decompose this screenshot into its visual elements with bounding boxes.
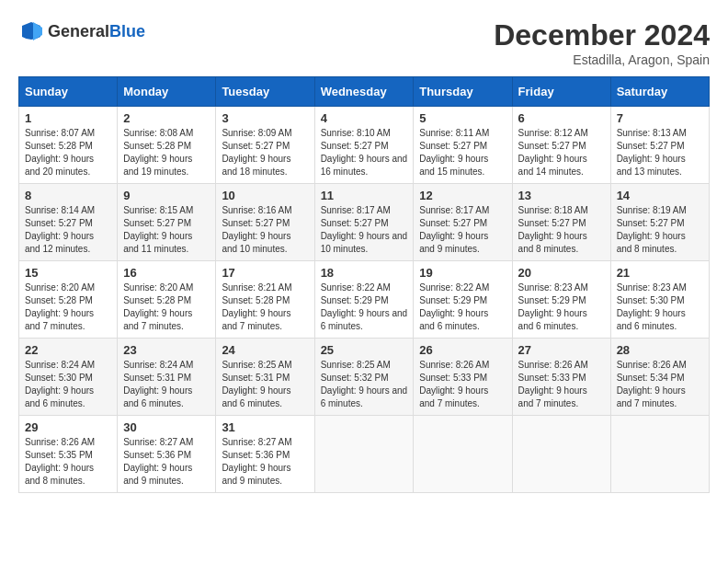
day-info: Sunrise: 8:26 AM Sunset: 5:33 PM Dayligh… (518, 359, 605, 410)
calendar-cell (414, 416, 512, 493)
day-info: Sunrise: 8:25 AM Sunset: 5:32 PM Dayligh… (321, 359, 408, 410)
calendar-cell (314, 416, 414, 493)
day-info: Sunrise: 8:17 AM Sunset: 5:27 PM Dayligh… (321, 204, 408, 256)
header-row: Sunday Monday Tuesday Wednesday Thursday… (19, 77, 710, 107)
col-thursday: Thursday (414, 77, 512, 107)
day-number: 9 (123, 189, 210, 202)
day-number: 4 (321, 111, 408, 125)
calendar-cell: 19Sunrise: 8:22 AM Sunset: 5:29 PM Dayli… (414, 261, 512, 339)
day-number: 20 (518, 266, 605, 280)
col-tuesday: Tuesday (216, 77, 314, 107)
day-number: 18 (321, 266, 408, 280)
day-info: Sunrise: 8:19 AM Sunset: 5:27 PM Dayligh… (617, 204, 703, 256)
day-number: 15 (25, 266, 111, 280)
calendar-cell: 17Sunrise: 8:21 AM Sunset: 5:28 PM Dayli… (216, 261, 314, 339)
calendar-cell: 10Sunrise: 8:16 AM Sunset: 5:27 PM Dayli… (216, 184, 314, 261)
calendar-cell: 26Sunrise: 8:26 AM Sunset: 5:33 PM Dayli… (414, 339, 512, 416)
logo-general: General (48, 22, 109, 40)
location: Estadilla, Aragon, Spain (494, 52, 710, 67)
col-sunday: Sunday (19, 77, 118, 107)
calendar-cell: 31Sunrise: 8:27 AM Sunset: 5:36 PM Dayli… (216, 416, 314, 493)
day-info: Sunrise: 8:09 AM Sunset: 5:27 PM Dayligh… (222, 127, 308, 178)
day-info: Sunrise: 8:08 AM Sunset: 5:28 PM Dayligh… (123, 127, 210, 178)
calendar-cell: 14Sunrise: 8:19 AM Sunset: 5:27 PM Dayli… (610, 184, 709, 261)
day-number: 27 (518, 343, 605, 357)
day-info: Sunrise: 8:10 AM Sunset: 5:27 PM Dayligh… (321, 127, 408, 178)
day-number: 12 (419, 189, 506, 202)
col-monday: Monday (118, 77, 216, 107)
calendar-cell: 9Sunrise: 8:15 AM Sunset: 5:27 PM Daylig… (118, 184, 216, 261)
day-info: Sunrise: 8:15 AM Sunset: 5:27 PM Dayligh… (123, 204, 210, 256)
calendar-cell: 6Sunrise: 8:12 AM Sunset: 5:27 PM Daylig… (512, 107, 610, 184)
day-info: Sunrise: 8:07 AM Sunset: 5:28 PM Dayligh… (25, 127, 111, 178)
day-info: Sunrise: 8:23 AM Sunset: 5:29 PM Dayligh… (518, 282, 605, 333)
day-info: Sunrise: 8:23 AM Sunset: 5:30 PM Dayligh… (617, 282, 703, 333)
calendar-cell: 3Sunrise: 8:09 AM Sunset: 5:27 PM Daylig… (216, 107, 314, 184)
day-number: 2 (123, 111, 210, 125)
day-number: 29 (25, 420, 111, 434)
day-number: 22 (25, 343, 111, 357)
day-number: 17 (222, 266, 308, 280)
logo-blue: Blue (109, 22, 145, 40)
day-info: Sunrise: 8:27 AM Sunset: 5:36 PM Dayligh… (123, 436, 210, 488)
day-info: Sunrise: 8:20 AM Sunset: 5:28 PM Dayligh… (123, 282, 210, 333)
calendar: Sunday Monday Tuesday Wednesday Thursday… (18, 76, 710, 493)
day-number: 5 (419, 111, 506, 125)
calendar-week-3: 15Sunrise: 8:20 AM Sunset: 5:28 PM Dayli… (19, 261, 710, 339)
day-info: Sunrise: 8:26 AM Sunset: 5:33 PM Dayligh… (419, 359, 506, 410)
calendar-cell: 27Sunrise: 8:26 AM Sunset: 5:33 PM Dayli… (512, 339, 610, 416)
calendar-cell: 13Sunrise: 8:18 AM Sunset: 5:27 PM Dayli… (512, 184, 610, 261)
day-info: Sunrise: 8:13 AM Sunset: 5:27 PM Dayligh… (617, 127, 703, 178)
calendar-cell: 22Sunrise: 8:24 AM Sunset: 5:30 PM Dayli… (19, 339, 118, 416)
calendar-cell: 30Sunrise: 8:27 AM Sunset: 5:36 PM Dayli… (118, 416, 216, 493)
calendar-week-1: 1Sunrise: 8:07 AM Sunset: 5:28 PM Daylig… (19, 107, 710, 184)
day-number: 14 (617, 189, 703, 202)
day-number: 6 (518, 111, 605, 125)
day-info: Sunrise: 8:22 AM Sunset: 5:29 PM Dayligh… (321, 282, 408, 333)
calendar-cell: 4Sunrise: 8:10 AM Sunset: 5:27 PM Daylig… (314, 107, 414, 184)
calendar-cell: 23Sunrise: 8:24 AM Sunset: 5:31 PM Dayli… (118, 339, 216, 416)
day-info: Sunrise: 8:16 AM Sunset: 5:27 PM Dayligh… (222, 204, 308, 256)
day-info: Sunrise: 8:12 AM Sunset: 5:27 PM Dayligh… (518, 127, 605, 178)
calendar-cell: 16Sunrise: 8:20 AM Sunset: 5:28 PM Dayli… (118, 261, 216, 339)
day-info: Sunrise: 8:20 AM Sunset: 5:28 PM Dayligh… (25, 282, 111, 333)
logo: GeneralBlue (18, 18, 145, 44)
day-info: Sunrise: 8:18 AM Sunset: 5:27 PM Dayligh… (518, 204, 605, 256)
day-info: Sunrise: 8:25 AM Sunset: 5:31 PM Dayligh… (222, 359, 308, 410)
day-info: Sunrise: 8:11 AM Sunset: 5:27 PM Dayligh… (419, 127, 506, 178)
col-wednesday: Wednesday (314, 77, 414, 107)
calendar-week-5: 29Sunrise: 8:26 AM Sunset: 5:35 PM Dayli… (19, 416, 710, 493)
calendar-cell: 15Sunrise: 8:20 AM Sunset: 5:28 PM Dayli… (19, 261, 118, 339)
calendar-cell: 29Sunrise: 8:26 AM Sunset: 5:35 PM Dayli… (19, 416, 118, 493)
calendar-cell: 28Sunrise: 8:26 AM Sunset: 5:34 PM Dayli… (610, 339, 709, 416)
logo-icon (18, 18, 44, 44)
calendar-cell: 25Sunrise: 8:25 AM Sunset: 5:32 PM Dayli… (314, 339, 414, 416)
day-number: 1 (25, 111, 111, 125)
day-info: Sunrise: 8:14 AM Sunset: 5:27 PM Dayligh… (25, 204, 111, 256)
page-header: GeneralBlue December 2024 Estadilla, Ara… (18, 18, 710, 67)
calendar-cell: 2Sunrise: 8:08 AM Sunset: 5:28 PM Daylig… (118, 107, 216, 184)
day-info: Sunrise: 8:21 AM Sunset: 5:28 PM Dayligh… (222, 282, 308, 333)
month-title: December 2024 (494, 18, 710, 52)
day-info: Sunrise: 8:27 AM Sunset: 5:36 PM Dayligh… (222, 436, 308, 488)
calendar-cell: 12Sunrise: 8:17 AM Sunset: 5:27 PM Dayli… (414, 184, 512, 261)
calendar-cell: 1Sunrise: 8:07 AM Sunset: 5:28 PM Daylig… (19, 107, 118, 184)
calendar-cell: 11Sunrise: 8:17 AM Sunset: 5:27 PM Dayli… (314, 184, 414, 261)
day-number: 28 (617, 343, 703, 357)
day-info: Sunrise: 8:24 AM Sunset: 5:31 PM Dayligh… (123, 359, 210, 410)
day-number: 8 (25, 189, 111, 202)
logo-text: GeneralBlue (48, 22, 145, 41)
day-number: 3 (222, 111, 308, 125)
day-number: 26 (419, 343, 506, 357)
day-number: 7 (617, 111, 703, 125)
col-friday: Friday (512, 77, 610, 107)
day-number: 11 (321, 189, 408, 202)
calendar-week-2: 8Sunrise: 8:14 AM Sunset: 5:27 PM Daylig… (19, 184, 710, 261)
calendar-cell: 20Sunrise: 8:23 AM Sunset: 5:29 PM Dayli… (512, 261, 610, 339)
day-info: Sunrise: 8:22 AM Sunset: 5:29 PM Dayligh… (419, 282, 506, 333)
calendar-cell: 8Sunrise: 8:14 AM Sunset: 5:27 PM Daylig… (19, 184, 118, 261)
calendar-cell (610, 416, 709, 493)
calendar-cell (512, 416, 610, 493)
day-info: Sunrise: 8:26 AM Sunset: 5:34 PM Dayligh… (617, 359, 703, 410)
calendar-cell: 21Sunrise: 8:23 AM Sunset: 5:30 PM Dayli… (610, 261, 709, 339)
